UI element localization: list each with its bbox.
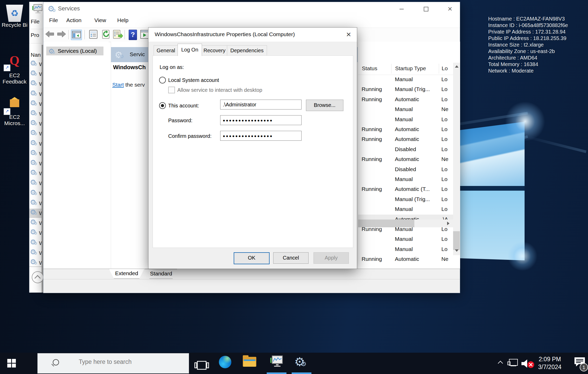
- service-row[interactable]: ManualLo: [358, 115, 453, 125]
- scroll-up-circle-icon[interactable]: [32, 271, 44, 283]
- services-titlebar: ⚙⚙ Services ×: [43, 2, 460, 15]
- clock-time: 2:09 PM: [530, 355, 569, 363]
- hidden-icons-chevron[interactable]: [499, 360, 503, 364]
- password-label: Password:: [168, 118, 192, 124]
- service-row[interactable]: ManualLo: [358, 75, 453, 85]
- monitor-chart-icon: [31, 4, 43, 14]
- start-service-link[interactable]: Start: [112, 82, 124, 88]
- list-column-headers: Status Startup Type Lo: [358, 63, 460, 75]
- service-row[interactable]: ManualNe: [358, 105, 453, 114]
- menu-help[interactable]: Help: [117, 17, 128, 23]
- column-separator[interactable]: [391, 64, 391, 74]
- dialog-tab-dependencies[interactable]: Dependencies: [227, 45, 267, 56]
- desktop-icon-label: Micros...: [0, 120, 29, 126]
- this-account-radio[interactable]: [159, 102, 166, 109]
- password-input[interactable]: ●●●●●●●●●●●●●●●●: [220, 115, 302, 125]
- column-header-startup-type[interactable]: Startup Type: [395, 65, 426, 72]
- service-row[interactable]: DisabledLo: [358, 165, 453, 175]
- service-row[interactable]: ManualLo: [358, 244, 453, 254]
- account-input[interactable]: [220, 100, 302, 109]
- properties-button[interactable]: [89, 30, 98, 40]
- service-row[interactable]: ManualLo: [358, 204, 453, 214]
- bg-window-name-column-header[interactable]: Nan: [31, 52, 41, 58]
- view-tab-standard[interactable]: Standard: [145, 269, 177, 279]
- interact-desktop-checkbox[interactable]: [168, 87, 175, 93]
- windows-logo-pane-top: [460, 122, 525, 186]
- dialog-close-button[interactable]: ×: [343, 30, 354, 40]
- show-console-tree-button[interactable]: [71, 30, 82, 40]
- dialog-tab-general[interactable]: General: [154, 45, 178, 56]
- system-monitor-app-icon[interactable]: [269, 355, 284, 369]
- file-explorer-icon[interactable]: [243, 356, 257, 370]
- ok-button[interactable]: OK: [234, 252, 270, 264]
- service-row[interactable]: RunningAutomaticLo: [358, 125, 453, 134]
- service-row[interactable]: ManualLo: [358, 234, 453, 244]
- desktop-icon-recycle-bin[interactable]: ♻ Recycle Bi: [0, 5, 29, 28]
- service-row[interactable]: ManualLo: [358, 175, 453, 184]
- dialog-tab-log-on[interactable]: Log On: [178, 44, 202, 56]
- scroll-right-icon[interactable]: [447, 222, 449, 225]
- taskbar: ⚙⚙ 2:09 PM 3/7/2024 1: [0, 353, 588, 374]
- search-icon: [53, 359, 59, 365]
- column-separator[interactable]: [439, 64, 439, 74]
- service-row[interactable]: RunningAutomatic (T...Lo: [358, 184, 453, 194]
- menu-action[interactable]: Action: [66, 17, 81, 23]
- service-row[interactable]: DisabledLo: [358, 145, 453, 154]
- apply-button[interactable]: Apply: [313, 252, 349, 264]
- export-list-button[interactable]: [113, 30, 123, 40]
- view-tab-extended[interactable]: Extended: [109, 269, 144, 279]
- help-button[interactable]: ?: [129, 30, 137, 40]
- scrollbar-thumb[interactable]: [453, 231, 460, 250]
- minimize-button[interactable]: [396, 5, 407, 13]
- confirm-password-input[interactable]: ●●●●●●●●●●●●●●●●: [220, 131, 302, 141]
- service-row[interactable]: RunningAutomaticLo: [358, 134, 453, 144]
- service-row[interactable]: RunningAutomaticNe: [358, 254, 453, 264]
- desktop-icon-ec2-feedback[interactable]: Q ↗ EC2 Feedback: [0, 54, 29, 85]
- menu-view[interactable]: View: [94, 17, 106, 23]
- taskbar-clock[interactable]: 2:09 PM 3/7/2024: [530, 355, 569, 371]
- services-gear-icon: ⚙⚙: [48, 47, 56, 55]
- task-view-button[interactable]: [194, 358, 209, 373]
- search-input[interactable]: [78, 358, 183, 366]
- close-button[interactable]: ×: [445, 5, 455, 13]
- service-row[interactable]: RunningAutomaticNe: [358, 154, 453, 164]
- column-header-logon[interactable]: Lo: [442, 65, 448, 72]
- refresh-button[interactable]: [101, 30, 111, 40]
- forward-button[interactable]: [56, 30, 66, 38]
- menu-file[interactable]: File: [49, 17, 58, 23]
- cancel-button[interactable]: Cancel: [273, 252, 309, 264]
- desktop-icon-ec2-microsoft[interactable]: ↗ EC2 Micros...: [0, 99, 29, 126]
- edge-browser-icon[interactable]: [219, 356, 233, 370]
- start-button[interactable]: [5, 356, 19, 370]
- start-service-button[interactable]: [140, 30, 149, 40]
- back-button[interactable]: [45, 30, 55, 38]
- service-row[interactable]: RunningAutomaticLo: [358, 95, 453, 105]
- services-app-icon[interactable]: ⚙⚙: [294, 354, 308, 369]
- service-row[interactable]: RunningManual (Trig...Lo: [358, 85, 453, 94]
- vertical-scrollbar[interactable]: [453, 63, 460, 255]
- this-account-label[interactable]: This account:: [168, 103, 199, 109]
- network-icon[interactable]: [507, 359, 518, 367]
- service-row[interactable]: Manual (Trig...Lo: [358, 195, 453, 204]
- local-system-radio[interactable]: [159, 77, 166, 83]
- dialog-tab-recovery[interactable]: Recovery: [201, 45, 227, 56]
- instance-info-line: Architecture : AMD64: [488, 55, 587, 61]
- recycle-bin-icon: ♻: [5, 5, 24, 22]
- browse-button[interactable]: Browse...: [306, 100, 343, 111]
- scrollbar-thumb[interactable]: [358, 220, 414, 227]
- bg-window-file-menu[interactable]: File: [31, 18, 40, 25]
- shortcut-arrow-icon: ↗: [4, 65, 10, 71]
- desktop: Hostname : EC2AMAZ-FAN98V3Instance ID : …: [0, 0, 588, 374]
- scroll-up-icon[interactable]: [455, 65, 459, 68]
- column-header-status[interactable]: Status: [362, 65, 377, 72]
- log-on-as-label: Log on as:: [160, 64, 184, 70]
- scroll-down-icon[interactable]: [455, 249, 459, 252]
- horizontal-scrollbar[interactable]: [358, 220, 453, 227]
- taskbar-search-box[interactable]: [37, 353, 189, 373]
- view-tabs: ExtendedStandard: [43, 269, 460, 279]
- local-system-label[interactable]: Local System account: [168, 77, 219, 83]
- bg-window-toolbar-text[interactable]: Pro: [31, 32, 39, 38]
- tree-item-services-local[interactable]: ⚙⚙ Services (Local): [46, 47, 103, 55]
- windows-logo-gap: [460, 186, 525, 191]
- maximize-button[interactable]: [421, 5, 431, 13]
